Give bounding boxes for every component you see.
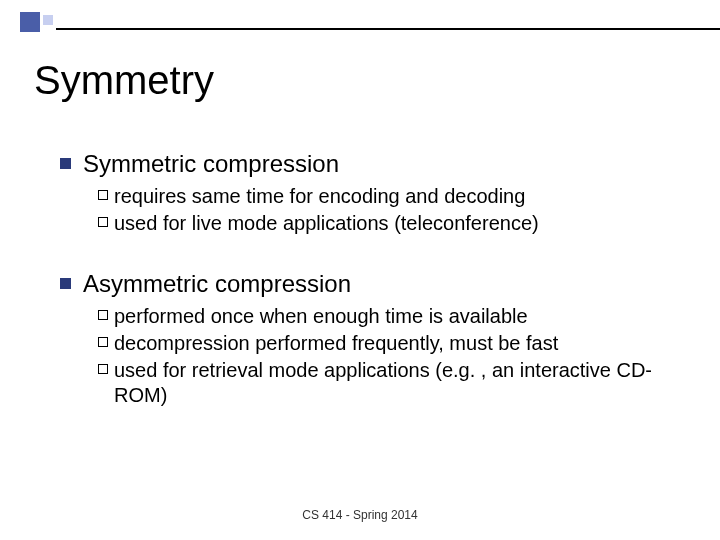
list-item: used for live mode applications (telecon… xyxy=(98,211,676,236)
accent-square-small xyxy=(43,15,53,25)
bullet-hollow-icon xyxy=(98,364,108,374)
section-asymmetric: Asymmetric compression performed once wh… xyxy=(60,270,676,408)
list-item-text: requires same time for encoding and deco… xyxy=(114,184,525,209)
accent-square-large xyxy=(20,12,40,32)
subitem-list: performed once when enough time is avail… xyxy=(98,304,676,408)
list-item: used for retrieval mode applications (e.… xyxy=(98,358,676,408)
slide-title: Symmetry xyxy=(34,58,214,103)
list-item: decompression performed frequently, must… xyxy=(98,331,676,356)
section-heading: Asymmetric compression xyxy=(83,270,351,298)
bullet-hollow-icon xyxy=(98,217,108,227)
horizontal-rule xyxy=(56,28,720,30)
section-heading-row: Symmetric compression xyxy=(60,150,676,178)
list-item: requires same time for encoding and deco… xyxy=(98,184,676,209)
bullet-square-icon xyxy=(60,158,71,169)
list-item-text: used for retrieval mode applications (e.… xyxy=(114,358,676,408)
section-heading-row: Asymmetric compression xyxy=(60,270,676,298)
bullet-hollow-icon xyxy=(98,310,108,320)
bullet-square-icon xyxy=(60,278,71,289)
subitem-list: requires same time for encoding and deco… xyxy=(98,184,676,236)
list-item-text: used for live mode applications (telecon… xyxy=(114,211,539,236)
footer-text: CS 414 - Spring 2014 xyxy=(0,508,720,522)
section-heading: Symmetric compression xyxy=(83,150,339,178)
bullet-hollow-icon xyxy=(98,337,108,347)
list-item-text: decompression performed frequently, must… xyxy=(114,331,558,356)
slide: Symmetry Symmetric compression requires … xyxy=(0,0,720,540)
list-item-text: performed once when enough time is avail… xyxy=(114,304,528,329)
section-symmetric: Symmetric compression requires same time… xyxy=(60,150,676,236)
content-area: Symmetric compression requires same time… xyxy=(60,150,676,442)
top-decoration xyxy=(0,0,720,36)
list-item: performed once when enough time is avail… xyxy=(98,304,676,329)
bullet-hollow-icon xyxy=(98,190,108,200)
